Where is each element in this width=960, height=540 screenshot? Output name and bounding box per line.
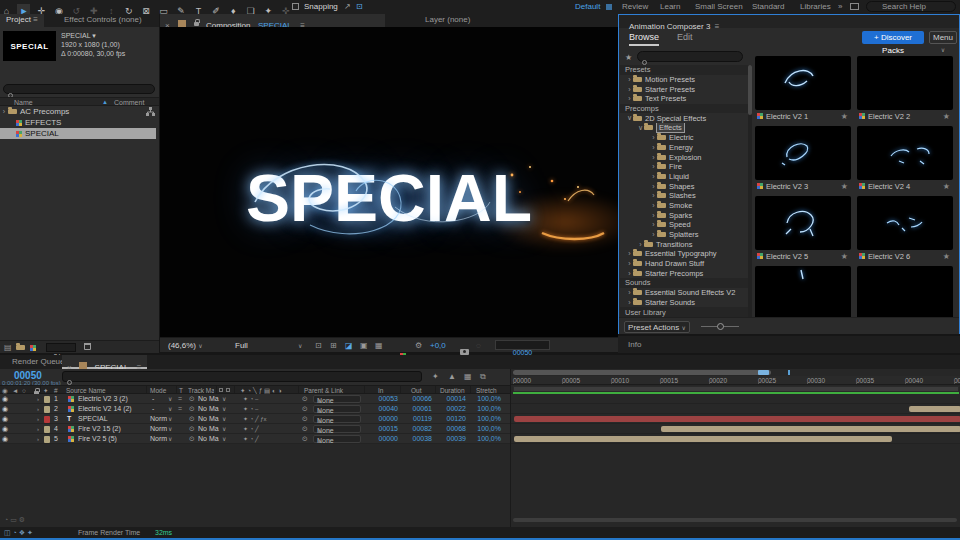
resolution-chevron-icon[interactable]: ∨	[298, 342, 302, 349]
snap-options-icon[interactable]: ↗	[344, 2, 351, 11]
col-t[interactable]: T	[179, 387, 183, 394]
exposure-value[interactable]: +0,0	[430, 341, 446, 350]
tree-item[interactable]: ›Starter Presets	[620, 84, 748, 94]
tree-item[interactable]: ›Splatters	[620, 230, 748, 240]
workspace-libraries[interactable]: Libraries	[800, 2, 831, 11]
project-row-effects[interactable]: EFFECTS	[0, 117, 159, 128]
t-switch[interactable]: =	[178, 405, 182, 413]
project-row-special[interactable]: SPECIAL	[0, 128, 156, 139]
pickwhip-icon[interactable]: ⊙	[302, 405, 308, 413]
new-comp-icon[interactable]	[30, 343, 33, 352]
layer-name[interactable]: SPECIAL	[78, 415, 108, 423]
tree-item[interactable]: ›Smoke	[620, 201, 748, 211]
tree-item[interactable]: ›Motion Presets	[620, 75, 748, 85]
t-switch[interactable]: =	[178, 395, 182, 403]
workspace-small-screen[interactable]: Small Screen	[695, 2, 743, 11]
sort-icon[interactable]: ▲	[102, 99, 108, 105]
transparency-grid-icon[interactable]: ▣	[360, 341, 368, 350]
tree-item[interactable]: ›Essential Typography	[620, 249, 748, 259]
preset-card[interactable]: Electric V2 3★	[755, 126, 851, 192]
ac-tab-browse[interactable]: Browse	[629, 32, 659, 46]
parent-dropdown[interactable]: None∨	[313, 415, 361, 423]
col-out[interactable]: Out	[411, 387, 421, 394]
mode-dropdown[interactable]: Norm	[150, 415, 167, 423]
in-value[interactable]: 00000	[368, 435, 398, 443]
preset-actions-dropdown[interactable]: Preset Actions ∨	[624, 321, 690, 333]
twisty-icon[interactable]: ›	[37, 415, 39, 423]
mode-dropdown[interactable]: -	[152, 405, 154, 413]
in-value[interactable]: 00053	[368, 395, 398, 403]
grid-guides-icon[interactable]: ⊡	[315, 341, 322, 350]
in-value[interactable]: 00000	[368, 415, 398, 423]
stretch-value[interactable]: 100,0%	[471, 395, 501, 403]
preset-thumbnail[interactable]	[857, 56, 953, 110]
tab-project[interactable]: Project ≡	[0, 14, 44, 27]
star-icon[interactable]: ★	[943, 252, 953, 261]
layer-row-1[interactable]: ◉ › 1 Electric V2 3 (2) - ∨ = ⊙ No Ma ∨ …	[0, 394, 510, 404]
twisty-icon[interactable]: ›	[37, 395, 39, 403]
tab-render-queue[interactable]: Render Queue	[12, 357, 64, 366]
twisty-icon[interactable]: ›	[37, 425, 39, 433]
out-value[interactable]: 00066	[402, 395, 432, 403]
tree-item[interactable]: ›Hand Drawn Stuff	[620, 259, 748, 269]
tab-composition[interactable]: × Composition SPECIAL ≡	[160, 14, 385, 27]
eye-icon[interactable]: ◉	[2, 425, 8, 433]
layer-switches[interactable]: ✦ ◔ ‒	[243, 395, 258, 403]
stretch-value[interactable]: 100,0%	[471, 405, 501, 413]
preset-thumbnail[interactable]	[857, 266, 953, 317]
col-duration[interactable]: Duration	[440, 387, 465, 394]
layer-row-3[interactable]: ◉ › 3 T SPECIAL Norm ∨ ⊙ No Ma ∨ ✦ ◔ ╱ ƒ…	[0, 414, 510, 424]
duration-value[interactable]: 00014	[436, 395, 466, 403]
resolution-dropdown[interactable]: Full	[235, 341, 248, 350]
column-header-comment[interactable]: Comment	[114, 99, 144, 106]
layer-bar-fire-v2-5[interactable]	[514, 436, 892, 442]
preset-card[interactable]	[755, 266, 851, 317]
eye-icon[interactable]: ◉	[2, 405, 8, 413]
eye-icon[interactable]: ◉	[2, 435, 8, 443]
project-row-ac-precomps[interactable]: › AC Precomps	[0, 106, 159, 117]
layer-name[interactable]: Electric V2 3 (2)	[78, 395, 128, 403]
twisty-icon[interactable]: ›	[37, 435, 39, 443]
trkmat-icon[interactable]: ⊙	[189, 395, 195, 403]
graph-editor-icon[interactable]: ⧉	[480, 372, 486, 382]
in-value[interactable]: 00015	[368, 425, 398, 433]
trkmat-icon[interactable]: ⊙	[189, 415, 195, 423]
flowchart-icon[interactable]	[146, 107, 155, 116]
tab-timeline-special[interactable]: × SPECIAL ≡	[62, 355, 147, 369]
label-color-chip[interactable]	[44, 406, 50, 413]
region-of-interest-icon[interactable]: ◪	[345, 341, 353, 350]
ac-search-box[interactable]	[637, 51, 743, 62]
composition-mini-flowchart-icon[interactable]: ✦	[432, 372, 439, 381]
stretch-value[interactable]: 100,0%	[471, 435, 501, 443]
layer-bar-electric-v2-14[interactable]	[909, 406, 960, 412]
pickwhip-icon[interactable]: ⊙	[302, 425, 308, 433]
label-color-chip[interactable]	[44, 416, 50, 423]
workspace-switcher-icon[interactable]	[850, 3, 859, 10]
preset-card[interactable]: Electric V2 5★	[755, 196, 851, 262]
trkmat-dropdown[interactable]: No Ma	[198, 415, 220, 423]
tree-item[interactable]: ›Fire	[620, 162, 748, 172]
mode-dropdown[interactable]: Norm	[150, 435, 167, 443]
ac-menu-button[interactable]: Menu ∨	[929, 31, 957, 44]
tree-scrollbar[interactable]	[748, 65, 752, 317]
timeline-navigator-bar[interactable]	[513, 370, 771, 375]
trash-icon[interactable]	[84, 343, 91, 350]
preset-thumbnail[interactable]	[755, 56, 851, 110]
pickwhip-icon[interactable]: ⊙	[302, 415, 308, 423]
star-icon[interactable]: ★	[841, 182, 851, 191]
tab-info[interactable]: Info	[628, 340, 641, 349]
col-num[interactable]: #	[54, 387, 58, 394]
tree-item[interactable]: ›Electric	[620, 133, 748, 143]
viewer-timecode-box[interactable]: 00050	[495, 340, 550, 350]
preset-thumbnail[interactable]	[755, 266, 851, 317]
lock-icon[interactable]	[194, 22, 199, 26]
preset-card[interactable]	[857, 266, 953, 317]
col-in[interactable]: In	[378, 387, 383, 394]
tree-item[interactable]: ›Speed	[620, 220, 748, 230]
shy-layers-icon[interactable]: ▦	[464, 372, 472, 381]
tree-item[interactable]: ›Essential Sound Effects V2	[620, 288, 748, 298]
label-color-chip[interactable]	[44, 396, 50, 403]
new-folder-icon[interactable]	[16, 343, 25, 352]
pickwhip-icon[interactable]: ⊙	[302, 395, 308, 403]
project-info-name[interactable]: SPECIAL ▾	[61, 31, 125, 40]
